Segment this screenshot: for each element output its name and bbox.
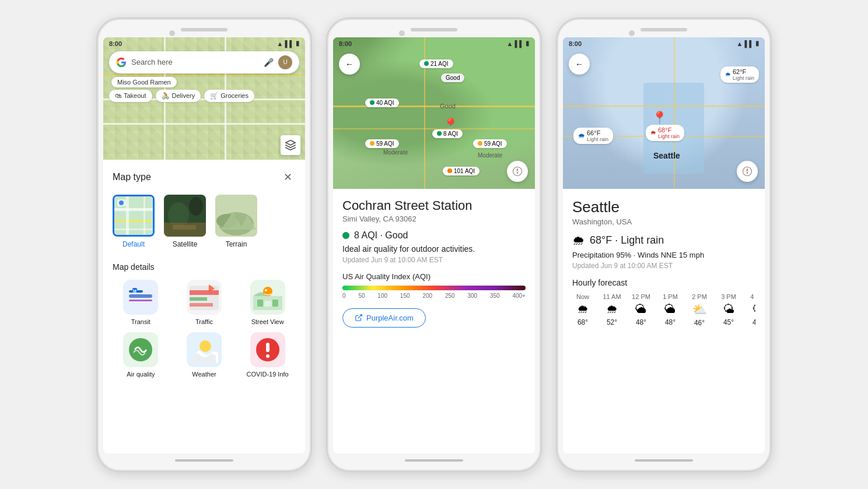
takeout-chip[interactable]: 🛍 Takeout xyxy=(109,90,152,102)
aqi-scale: 0 50 100 150 200 250 300 350 400+ xyxy=(342,293,526,299)
status-icons-3: ▲ ▌▌ ▮ xyxy=(737,40,759,47)
signal-icon: ▌▌ xyxy=(285,40,294,47)
aqi-updated: Updated Jun 9 at 10:00 AM EST xyxy=(342,256,526,264)
detail-streetview[interactable]: Street View xyxy=(239,280,296,325)
phone-speaker-1 xyxy=(181,28,228,31)
user-avatar[interactable]: U xyxy=(278,55,292,69)
weather-red-pin: 📍 🌧 68°F Light rain xyxy=(652,112,690,141)
status-bar-3: 8:00 ▲ ▌▌ ▮ xyxy=(563,37,765,50)
phone-3: 8:00 ▲ ▌▌ ▮ ← 🌧 62°F Light rai xyxy=(556,17,772,472)
detail-covid[interactable]: COVID-19 Info xyxy=(239,332,296,378)
mic-icon[interactable]: 🎤 xyxy=(264,58,274,67)
map-type-grid: Default Satell xyxy=(113,195,296,248)
time-3: 8:00 xyxy=(569,40,582,47)
aqi-label-moderate: Moderate xyxy=(379,148,412,157)
map-chips-row: 🛍 Takeout 🚴 Delivery 🛒 Groceries xyxy=(103,90,305,102)
hourly-item-5: 3 PM 🌤 45° xyxy=(718,293,739,327)
aqi-value: 8 AQI · Good xyxy=(354,230,408,241)
wifi-icon: ▲ xyxy=(277,40,284,47)
svg-rect-26 xyxy=(190,303,213,307)
hourly-item-3: 1 PM 🌥 48° xyxy=(660,293,681,327)
phone-camera xyxy=(169,30,175,36)
svg-rect-2 xyxy=(114,220,155,222)
aqi-chip-59-1: 59 AQI xyxy=(365,139,399,148)
purple-air-label: PurpleAir.com xyxy=(366,314,414,322)
battery-icon: ▮ xyxy=(296,40,299,47)
map-type-default[interactable]: Default xyxy=(113,195,155,248)
wifi-icon-2: ▲ xyxy=(507,40,513,47)
compass-icon-2 xyxy=(512,166,523,177)
road-h2 xyxy=(103,123,305,125)
home-bar-2 xyxy=(405,459,463,462)
svg-point-30 xyxy=(265,289,267,291)
aqi-gradient-bar xyxy=(342,286,526,290)
map-road-aqi xyxy=(333,105,535,107)
transit-icon-svg: M xyxy=(123,280,158,315)
satellite-thumb-svg xyxy=(164,195,206,237)
place-address: Simi Valley, CA 93062 xyxy=(342,214,526,223)
close-button[interactable]: ✕ xyxy=(279,169,296,185)
groceries-chip[interactable]: 🛒 Groceries xyxy=(204,90,254,102)
time-1: 8:00 xyxy=(109,40,122,47)
compass-button-2[interactable] xyxy=(507,161,528,182)
back-button-2[interactable]: ← xyxy=(339,54,360,75)
traffic-icon-box xyxy=(187,280,222,315)
back-button-3[interactable]: ← xyxy=(569,54,590,75)
map-type-terrain[interactable]: Terrain xyxy=(215,195,257,248)
map-type-satellite[interactable]: Satellite xyxy=(164,195,206,248)
aqi-chip-40: 40 AQI xyxy=(365,98,399,107)
miso-chip: Miso Good Ramen xyxy=(111,77,177,87)
transit-icon-box: M xyxy=(123,280,158,315)
svg-rect-41 xyxy=(266,354,270,358)
phone-speaker-2 xyxy=(411,28,457,31)
aqi-dot-green xyxy=(424,61,429,66)
weather-detail: Precipitation 95% · Winds NNE 15 mph xyxy=(572,251,755,259)
detail-weather[interactable]: Weather xyxy=(176,332,233,378)
svg-rect-25 xyxy=(190,297,207,301)
search-bar[interactable]: Search here 🎤 U xyxy=(109,51,299,73)
streetview-label: Street View xyxy=(251,318,284,325)
hourly-item-6: 4 PM 🌤 45° xyxy=(747,293,755,327)
covid-icon-box xyxy=(250,332,285,367)
compass-button-3[interactable] xyxy=(737,161,758,182)
detail-airquality[interactable]: Air quality xyxy=(113,332,169,378)
phone-1-screen: 8:00 ▲ ▌▌ ▮ Search xyxy=(103,37,305,453)
city-name: Seattle xyxy=(572,198,755,216)
weather-chip-62: 🌧 62°F Light rain xyxy=(720,66,759,83)
svg-rect-32 xyxy=(272,300,278,307)
purple-air-button[interactable]: PurpleAir.com xyxy=(342,308,426,328)
weather-label: Weather xyxy=(192,371,216,378)
aqi-status-row: 8 AQI · Good xyxy=(342,230,526,241)
detail-transit[interactable]: M Transit xyxy=(113,280,169,325)
hourly-forecast-row: Now 🌧 68° 11 AM 🌧 52° 12 PM 🌥 48° 1 PM 🌥… xyxy=(572,293,755,327)
weather-updated: Updated Jun 9 at 10:00 AM EST xyxy=(572,262,755,270)
google-logo xyxy=(116,57,127,68)
covid-label: COVID-19 Info xyxy=(247,371,289,378)
weather-main-icon: 🌧 xyxy=(572,233,585,248)
phone-3-camera xyxy=(629,30,635,36)
detail-traffic[interactable]: Traffic xyxy=(176,280,233,325)
hourly-item-2: 12 PM 🌥 48° xyxy=(631,293,652,327)
layers-button[interactable] xyxy=(281,135,300,155)
status-bar-1: 8:00 ▲ ▌▌ ▮ xyxy=(103,37,305,50)
hourly-item-4: 2 PM ⛅ 46° xyxy=(689,293,710,327)
svg-rect-3 xyxy=(114,228,155,230)
status-icons-1: ▲ ▌▌ ▮ xyxy=(277,40,299,47)
default-thumb xyxy=(113,195,155,237)
aqi-chip-21: 21 AQI xyxy=(419,59,453,68)
traffic-icon-svg xyxy=(187,280,222,315)
terrain-label: Terrain xyxy=(226,240,247,248)
streetview-icon-box xyxy=(250,280,285,315)
airquality-icon-box xyxy=(123,332,158,367)
delivery-chip[interactable]: 🚴 Delivery xyxy=(156,90,201,102)
seattle-map-label: Seattle xyxy=(653,151,680,160)
weather-chip-68: 🌧 68°F Light rain xyxy=(646,125,684,141)
weather-icon-svg xyxy=(187,332,222,367)
home-bar-1 xyxy=(175,459,233,462)
map-type-title: Map type xyxy=(113,172,151,182)
default-thumb-svg xyxy=(114,196,155,237)
weather-icon-box xyxy=(187,332,222,367)
phone-3-screen: 8:00 ▲ ▌▌ ▮ ← 🌧 62°F Light rai xyxy=(563,37,765,453)
weather-temp-text: 68°F · Light rain xyxy=(590,234,664,247)
aqi-chip-59-2: 59 AQI xyxy=(473,139,507,148)
